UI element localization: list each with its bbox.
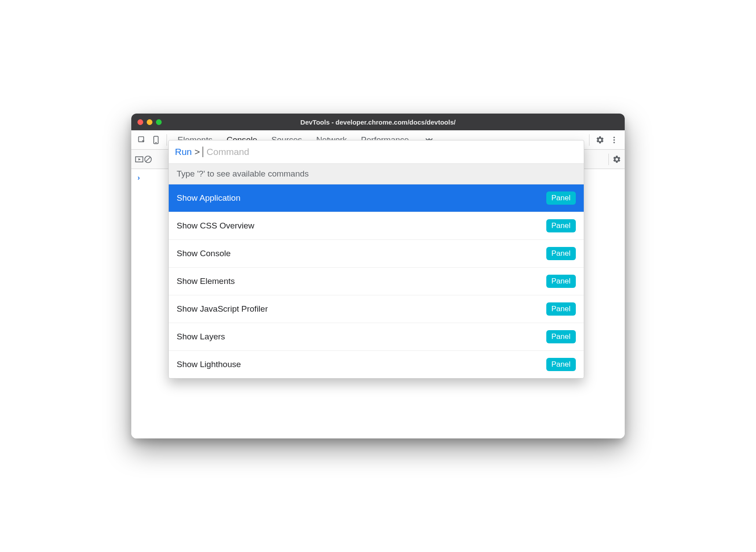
svg-point-5: [613, 142, 615, 143]
text-cursor: [203, 147, 203, 157]
close-window-button[interactable]: [137, 119, 143, 125]
settings-icon[interactable]: [593, 133, 607, 147]
command-item-label: Show Elements: [177, 276, 235, 286]
command-item[interactable]: Show Elements Panel: [169, 268, 584, 295]
command-run-label: Run: [175, 147, 192, 157]
kebab-menu-icon[interactable]: [607, 133, 621, 147]
command-item-badge: Panel: [546, 275, 576, 288]
command-item[interactable]: Show CSS Overview Panel: [169, 212, 584, 240]
command-item[interactable]: Show Console Panel: [169, 240, 584, 268]
console-prompt-caret-icon: ›: [137, 173, 140, 182]
svg-point-4: [613, 139, 615, 140]
command-item-badge: Panel: [546, 302, 576, 316]
window-title: DevTools - developer.chrome.com/docs/dev…: [131, 118, 625, 126]
command-item-badge: Panel: [546, 330, 576, 343]
command-input-row[interactable]: Run >Command: [169, 140, 584, 163]
command-item-badge: Panel: [546, 191, 576, 205]
svg-line-8: [146, 157, 150, 162]
toolbar-separator: [608, 154, 609, 165]
svg-point-3: [613, 136, 615, 138]
command-list: Show Application Panel Show CSS Overview…: [169, 184, 584, 378]
command-item-label: Show CSS Overview: [177, 221, 254, 231]
command-item-badge: Panel: [546, 219, 576, 232]
command-item[interactable]: Show Layers Panel: [169, 323, 584, 351]
sidebar-toggle-icon[interactable]: [135, 156, 144, 163]
command-hint: Type '?' to see available commands: [169, 163, 584, 184]
device-toggle-icon[interactable]: [149, 133, 163, 147]
command-item[interactable]: Show Application Panel: [169, 184, 584, 212]
command-item[interactable]: Show Lighthouse Panel: [169, 351, 584, 378]
toolbar-separator: [167, 134, 167, 146]
command-item-label: Show Layers: [177, 332, 225, 342]
traffic-lights: [137, 119, 162, 125]
inspect-element-icon[interactable]: [135, 133, 149, 147]
command-prompt-symbol: >: [195, 147, 200, 157]
clear-console-icon[interactable]: [144, 155, 152, 164]
command-item-badge: Panel: [546, 247, 576, 260]
command-item-label: Show JavaScript Profiler: [177, 304, 268, 314]
toolbar-separator: [589, 134, 589, 146]
console-settings-icon[interactable]: [612, 155, 621, 164]
command-placeholder: Command: [207, 147, 249, 157]
command-menu: Run >Command Type '?' to see available c…: [168, 140, 584, 379]
command-item[interactable]: Show JavaScript Profiler Panel: [169, 295, 584, 323]
command-item-label: Show Lighthouse: [177, 360, 241, 369]
maximize-window-button[interactable]: [156, 119, 162, 125]
devtools-window: DevTools - developer.chrome.com/docs/dev…: [131, 114, 625, 438]
command-item-label: Show Console: [177, 249, 231, 258]
command-item-badge: Panel: [546, 358, 576, 371]
minimize-window-button[interactable]: [147, 119, 152, 125]
command-item-label: Show Application: [177, 193, 241, 203]
titlebar: DevTools - developer.chrome.com/docs/dev…: [131, 114, 625, 130]
